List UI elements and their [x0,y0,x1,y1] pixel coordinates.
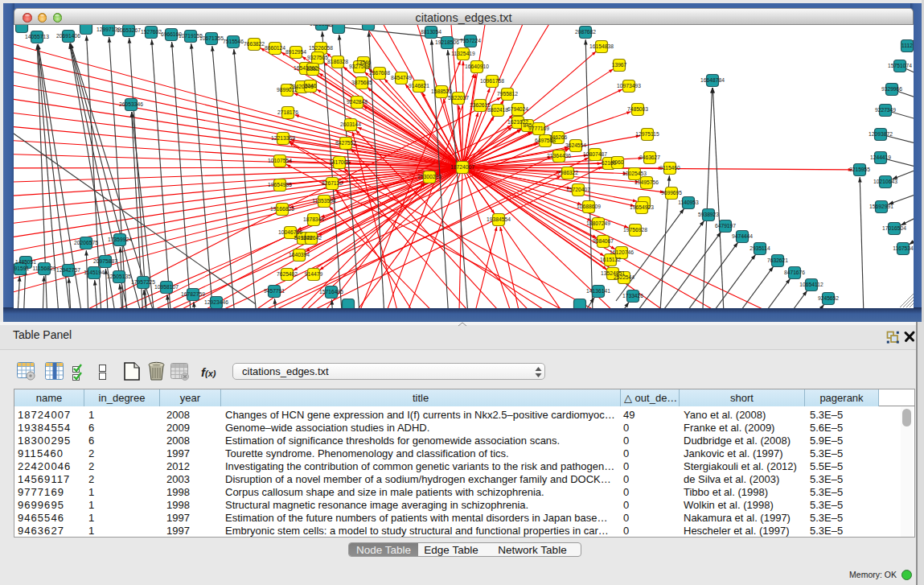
svg-text:1112: 1112 [901,43,913,48]
svg-text:19756928: 19756928 [623,227,647,233]
svg-text:10025453: 10025453 [622,171,647,176]
svg-text:19166825: 19166825 [270,206,294,212]
svg-text:1145194: 1145194 [84,270,105,275]
svg-text:1167534: 1167534 [893,245,914,251]
svg-text:9227349: 9227349 [875,107,896,113]
svg-text:2603144: 2603144 [340,122,361,127]
svg-text:10688609: 10688609 [577,204,601,209]
svg-text:19654985: 19654985 [268,182,292,187]
svg-text:1222642: 1222642 [301,235,322,241]
svg-text:1588520: 1588520 [431,89,452,94]
svg-text:1615132: 1615132 [600,257,621,262]
svg-text:3875685: 3875685 [351,80,372,85]
svg-text:8454749: 8454749 [391,75,412,80]
svg-text:11325419: 11325419 [451,51,475,56]
svg-text:7485003: 7485003 [627,106,648,112]
svg-text:18807249: 18807249 [586,220,610,226]
svg-text:17016504: 17016504 [882,225,906,231]
svg-text:8912954: 8912954 [285,49,306,55]
svg-text:17359924: 17359924 [108,237,132,242]
svg-text:17957225: 17957225 [131,279,155,285]
svg-text:1733426: 1733426 [622,293,643,299]
svg-text:7632621: 7632621 [767,257,788,263]
svg-text:1640394: 1640394 [289,252,310,257]
svg-text:4060: 4060 [612,159,624,165]
svg-text:10653267: 10653267 [117,27,141,33]
svg-text:6497568: 6497568 [535,138,556,143]
svg-text:19495756: 19495756 [634,179,659,185]
svg-text:26053346: 26053346 [119,101,143,107]
svg-text:9699695: 9699695 [661,190,682,196]
svg-text:1140953: 1140953 [678,200,699,205]
svg-text:8186328: 8186328 [327,59,348,64]
svg-text:19654923: 19654923 [630,204,654,210]
svg-text:5938923: 5938923 [698,212,719,217]
svg-text:16154838: 16154838 [589,43,614,49]
svg-text:15692991: 15692991 [869,204,893,209]
svg-text:8427552: 8427552 [335,140,356,146]
svg-text:1527602: 1527602 [141,29,162,35]
svg-text:14055713: 14055713 [25,34,49,39]
svg-text:10210643: 10210643 [873,179,897,184]
svg-text:18724007: 18724007 [450,164,474,170]
svg-text:1417006: 1417006 [329,159,350,165]
svg-text:914479: 914479 [305,271,323,277]
svg-text:12213369: 12213369 [271,135,295,141]
svg-text:19384554: 19384554 [487,216,511,222]
svg-text:7955812: 7955812 [497,91,518,97]
svg-text:15720407: 15720407 [566,187,590,192]
svg-text:25300293: 25300293 [417,174,441,179]
svg-text:7357224: 7357224 [460,38,481,43]
svg-text:8215955: 8215955 [849,167,870,172]
svg-text:16648784: 16648784 [700,77,725,83]
svg-text:9327508: 9327508 [349,64,370,69]
svg-text:10654112: 10654112 [799,282,823,287]
svg-text:10973493: 10973493 [617,83,641,89]
svg-text:3046: 3046 [305,83,317,89]
svg-text:7625402: 7625402 [277,271,298,277]
svg-text:15226058: 15226058 [309,45,333,51]
svg-text:20206575: 20206575 [74,240,98,245]
svg-text:7515546: 7515546 [223,39,244,44]
svg-text:9146821: 9146821 [409,83,429,89]
svg-text:2522544: 2522544 [614,274,634,280]
svg-text:2367608: 2367608 [369,70,390,76]
svg-text:8267130: 8267130 [322,180,343,186]
svg-text:391591: 391591 [14,266,29,271]
svg-text:15716485: 15716485 [319,289,343,295]
svg-text:10958107: 10958107 [154,284,179,290]
svg-text:20975887: 20975887 [93,258,117,264]
svg-text:7663822: 7663822 [244,41,265,47]
svg-text:9115460: 9115460 [659,165,680,171]
svg-text:11353594: 11353594 [312,198,336,204]
svg-text:9084067: 9084067 [593,238,614,244]
svg-text:13967: 13967 [612,62,627,68]
svg-text:7986322: 7986322 [557,170,578,175]
svg-text:10961758: 10961758 [480,78,504,84]
svg-text:10046766: 10046766 [278,229,302,235]
svg-text:20691406: 20691406 [56,33,80,39]
svg-text:9327505: 9327505 [307,55,328,60]
svg-text:6479197: 6479197 [715,223,736,229]
svg-text:21364436: 21364436 [547,153,571,159]
svg-text:1878344: 1878344 [303,216,324,222]
svg-text:10107554: 10107554 [268,158,292,163]
svg-text:5322037: 5322037 [448,95,469,101]
svg-text:9474444: 9474444 [732,233,753,239]
svg-text:9329966: 9329966 [881,86,902,92]
svg-text:16640910: 16640910 [465,64,489,69]
svg-text:12942757: 12942757 [56,267,80,273]
svg-text:9463627: 9463627 [639,154,660,160]
svg-text:8802418: 8802418 [487,107,508,113]
svg-text:9457791: 9457791 [264,288,285,294]
svg-text:1485051: 1485051 [15,259,36,265]
svg-text:8813054: 8813054 [421,29,441,35]
svg-text:9242848: 9242848 [347,99,368,105]
svg-text:2935114: 2935114 [749,245,770,251]
svg-text:2087682: 2087682 [575,29,596,35]
svg-text:1244419: 1244419 [870,154,891,160]
svg-text:3624554: 3624554 [565,142,586,148]
svg-text:12093872: 12093872 [869,131,893,137]
svg-text:12505135: 12505135 [107,274,131,279]
svg-text:10807487: 10807487 [583,151,607,157]
